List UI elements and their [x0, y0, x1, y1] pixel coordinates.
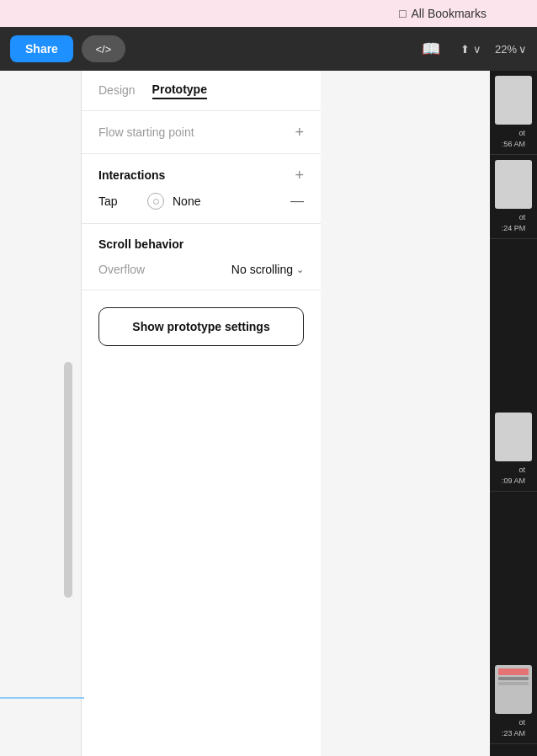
cursor-button[interactable]: ⬆ ∨: [455, 40, 486, 59]
zoom-chevron: ∨: [518, 43, 527, 56]
ts-thumb-4: [495, 665, 532, 714]
code-icon: </>: [96, 43, 112, 56]
ts-label-4: ot:23 AM: [502, 717, 525, 738]
ts-entry-2: ot:24 PM: [490, 155, 537, 239]
interaction-circle-inner: [153, 199, 159, 205]
top-strip: □ All Bookmarks: [0, 0, 537, 27]
share-button[interactable]: Share: [10, 35, 73, 62]
flow-row: Flow starting point +: [98, 125, 304, 140]
bookmark-label: □ All Bookmarks: [399, 7, 486, 20]
bookmark-icon: □: [399, 7, 406, 20]
interactions-title: Interactions: [98, 168, 165, 182]
blue-line: [0, 697, 84, 699]
cursor-icon: ⬆: [460, 43, 470, 56]
zoom-level: 22%: [495, 43, 517, 56]
interaction-action: None: [173, 194, 282, 208]
ts-thumb-2: [495, 160, 532, 209]
zoom-button[interactable]: 22% ∨: [495, 43, 527, 56]
scroll-chevron-icon: ⌄: [296, 264, 304, 275]
scroll-title: Scroll behavior: [98, 237, 304, 251]
tabs-row: Design Prototype: [82, 71, 321, 111]
book-icon[interactable]: 📖: [415, 36, 447, 61]
interaction-trigger: Tap: [98, 194, 139, 208]
ts-entry-3: ot:09 AM: [490, 407, 537, 492]
flow-add-icon[interactable]: +: [295, 125, 304, 140]
right-panel: ot:56 AM ot:24 PM ot:09 AM ot:23 AM: [490, 71, 537, 756]
scroll-section: Scroll behavior Overflow No scrolling ⌄: [82, 224, 321, 290]
right-sidebar: Design Prototype Flow starting point + I…: [81, 71, 321, 756]
ts-label-1: ot:56 AM: [502, 128, 525, 149]
interactions-add-icon[interactable]: +: [295, 168, 304, 183]
interaction-remove-icon[interactable]: —: [290, 194, 304, 209]
tab-prototype[interactable]: Prototype: [152, 83, 207, 99]
scroll-select[interactable]: No scrolling ⌄: [231, 263, 304, 276]
flow-section: Flow starting point +: [82, 111, 321, 154]
interactions-section: Interactions + Tap None —: [82, 154, 321, 224]
show-prototype-settings-button[interactable]: Show prototype settings: [98, 307, 304, 346]
toolbar: Share </> 📖 ⬆ ∨ 22% ∨: [0, 27, 537, 71]
scroll-value: No scrolling: [231, 263, 293, 276]
ts-thumb-3: [495, 413, 532, 461]
proto-settings-section: Show prototype settings: [82, 290, 321, 363]
code-button[interactable]: </>: [82, 35, 125, 62]
ts-entry-1: ot:56 AM: [490, 71, 537, 155]
scrollbar[interactable]: [64, 362, 72, 598]
tab-design[interactable]: Design: [98, 83, 136, 98]
ts-label-3: ot:09 AM: [502, 465, 525, 486]
all-bookmarks-text: All Bookmarks: [412, 7, 486, 20]
ts-label-2: ot:24 PM: [502, 212, 526, 233]
cursor-chevron: ∨: [473, 43, 481, 56]
interactions-header: Interactions +: [98, 168, 304, 183]
flow-label: Flow starting point: [98, 125, 194, 139]
scroll-row: Overflow No scrolling ⌄: [98, 263, 304, 276]
ts-entry-4: ot:23 AM: [490, 660, 537, 744]
overflow-label: Overflow: [98, 263, 145, 276]
interaction-row: Tap None —: [98, 193, 304, 210]
interaction-circle-icon: [147, 193, 164, 210]
ts-thumb-1: [495, 76, 532, 125]
